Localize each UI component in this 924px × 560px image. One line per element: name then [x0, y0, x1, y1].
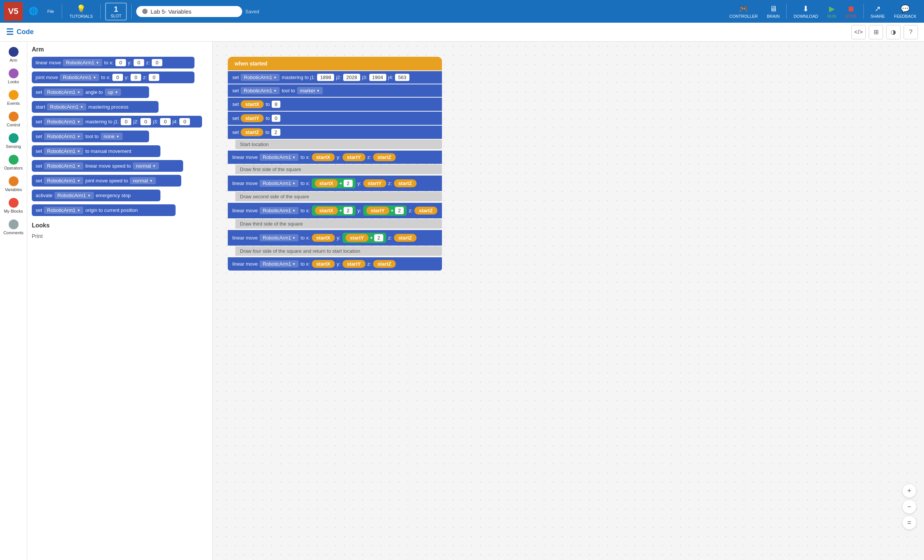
slot-number: 1	[114, 5, 118, 14]
share-icon: ↗	[874, 4, 881, 13]
block-set-manual[interactable]: set RoboticArm1 to manual movement	[32, 145, 208, 157]
code-tab[interactable]: ☰ Code	[6, 27, 34, 37]
run-icon: ▶	[829, 4, 835, 13]
comment-draw-second: Draw second side of the square	[235, 192, 442, 201]
divider1	[62, 4, 62, 19]
when-started-block: when started	[228, 57, 442, 70]
prog-block-linear-move-5[interactable]: linear move RoboticArm1 to x: startX y: …	[228, 257, 442, 271]
variables-dot	[9, 176, 19, 186]
myblocks-label: My Blocks	[4, 209, 23, 213]
controller-button[interactable]: 🎮 CONTROLLER	[726, 3, 762, 20]
prog-block-set-starty[interactable]: set startY to 0	[228, 112, 442, 125]
sidebar-item-looks[interactable]: Looks	[2, 66, 26, 86]
download-button[interactable]: ⬇ DOWNLOAD	[790, 3, 822, 20]
prog-block-linear-move-3[interactable]: linear move RoboticArm1 to x: startX + 2…	[228, 203, 442, 218]
block-emergency-stop[interactable]: activate RoboticArm1 emergency stop	[32, 190, 208, 201]
comment-draw-fourth: Draw four side of the square and return …	[235, 246, 442, 256]
block-set-joint-speed[interactable]: set RoboticArm1 joint move speed to norm…	[32, 175, 208, 187]
brain-icon: 🖥	[770, 5, 777, 13]
zoom-in-icon: +	[907, 487, 912, 495]
chart-view-icon: ◑	[891, 28, 896, 36]
run-label: RUN	[827, 14, 836, 19]
block-start-mastering[interactable]: start RoboticArm1 mastering process	[32, 101, 208, 113]
events-label: Events	[7, 101, 20, 106]
divider5	[863, 4, 864, 19]
download-icon: ⬇	[803, 4, 809, 13]
canvas-area[interactable]: when started set RoboticArm1 mastering t…	[213, 42, 924, 560]
prog-block-linear-move-1[interactable]: linear move RoboticArm1 to x: startX y: …	[228, 151, 442, 164]
block-set-angle[interactable]: set RoboticArm1 angle to up	[32, 86, 208, 98]
help-button[interactable]: ?	[904, 25, 918, 39]
myblocks-dot	[9, 198, 19, 208]
block-linear-move[interactable]: linear move RoboticArm1 to x: 0 y: 0 z: …	[32, 57, 208, 68]
slot-button[interactable]: 1 SLOT	[105, 3, 127, 20]
vs-logo: V5	[4, 2, 23, 21]
zoom-controls: + − =	[902, 484, 916, 530]
sensing-label: Sensing	[6, 144, 21, 149]
program-container: when started set RoboticArm1 mastering t…	[220, 49, 916, 278]
grid-view-icon: ⊞	[874, 28, 879, 36]
feedback-button[interactable]: 💬 FEEDBACK	[890, 3, 920, 20]
block-set-mastering[interactable]: set RoboticArm1 mastering to j1: 0 j2: 0…	[32, 116, 208, 128]
tutorials-button[interactable]: 💡 TUTORIALS	[67, 3, 96, 20]
share-button[interactable]: ↗ SHARE	[867, 3, 889, 20]
brain-button[interactable]: 🖥 BRAIN	[763, 3, 784, 20]
download-label: DOWNLOAD	[793, 14, 818, 19]
comment-draw-third: Draw third side of the square	[235, 219, 442, 229]
prog-block-set-mastering[interactable]: set RoboticArm1 mastering to j1: 1898 j2…	[228, 71, 442, 84]
main-layout: Arm Looks Events Control Sensing Operato…	[0, 42, 924, 560]
sidebar-item-events[interactable]: Events	[2, 88, 26, 108]
topbar-right: 🎮 CONTROLLER 🖥 BRAIN ⬇ DOWNLOAD ▶ RUN ⏹ …	[726, 3, 920, 20]
zoom-reset-button[interactable]: =	[902, 515, 916, 530]
sidebar-item-myblocks[interactable]: My Blocks	[2, 196, 26, 216]
sidebar: Arm Looks Events Control Sensing Operato…	[0, 42, 27, 560]
block-set-linear-speed[interactable]: set RoboticArm1 linear move speed to nor…	[32, 160, 208, 172]
slot-label: SLOT	[110, 14, 121, 18]
grid-view-button[interactable]: ⊞	[869, 25, 883, 39]
variables-label: Variables	[5, 187, 22, 192]
zoom-out-icon: −	[907, 503, 912, 511]
sidebar-item-comments[interactable]: Comments	[2, 217, 26, 237]
block-joint-move[interactable]: joint move RoboticArm1 to x: 0 y: 0 z: 0	[32, 72, 208, 83]
prog-block-set-startz[interactable]: set startZ to 2	[228, 126, 442, 139]
feedback-label: FEEDBACK	[894, 14, 916, 19]
globe-button[interactable]: 🌐	[26, 5, 41, 18]
secondbar-right: </> ⊞ ◑ ?	[851, 25, 918, 39]
looks-label: Looks	[8, 79, 19, 84]
sidebar-item-sensing[interactable]: Sensing	[2, 131, 26, 151]
looks-section-title: Looks	[32, 222, 208, 229]
sidebar-item-variables[interactable]: Variables	[2, 174, 26, 194]
comments-label: Comments	[3, 230, 23, 235]
arm-dot	[9, 47, 19, 57]
prog-block-linear-move-2[interactable]: linear move RoboticArm1 to x: startX + 2…	[228, 176, 442, 191]
code-tab-icon: ☰	[6, 27, 14, 37]
looks-dot	[9, 68, 19, 78]
prog-block-set-tool[interactable]: set RoboticArm1 tool to marker	[228, 84, 442, 97]
share-label: SHARE	[871, 14, 885, 19]
sidebar-item-arm[interactable]: Arm	[2, 45, 26, 65]
sidebar-item-control[interactable]: Control	[2, 109, 26, 129]
block-set-origin[interactable]: set RoboticArm1 origin to current positi…	[32, 204, 208, 216]
prog-block-linear-move-4[interactable]: linear move RoboticArm1 to x: startX y: …	[228, 230, 442, 246]
block-set-tool[interactable]: set RoboticArm1 tool to none	[32, 131, 208, 142]
divider3	[131, 4, 132, 19]
operators-label: Operators	[4, 166, 23, 170]
run-button[interactable]: ▶ RUN	[823, 3, 840, 20]
stop-button[interactable]: ⏹ STOP	[842, 3, 860, 20]
brain-label: BRAIN	[767, 14, 780, 19]
divider2	[100, 4, 101, 19]
feedback-icon: 💬	[901, 4, 910, 13]
chart-view-button[interactable]: ◑	[886, 25, 901, 39]
saved-status: Saved	[245, 9, 259, 14]
file-button[interactable]: File	[44, 8, 57, 15]
sidebar-item-operators[interactable]: Operators	[2, 152, 26, 173]
controller-label: CONTROLLER	[730, 14, 758, 19]
arm-label: Arm	[9, 58, 17, 62]
block-print[interactable]: Print	[32, 233, 208, 240]
prog-block-set-startx[interactable]: set startX to 8	[228, 98, 442, 111]
zoom-in-button[interactable]: +	[902, 484, 916, 498]
zoom-out-button[interactable]: −	[902, 499, 916, 514]
comment-draw-first: Draw first side of the square	[235, 165, 442, 174]
comments-dot	[9, 219, 19, 229]
code-view-button[interactable]: </>	[851, 25, 866, 39]
